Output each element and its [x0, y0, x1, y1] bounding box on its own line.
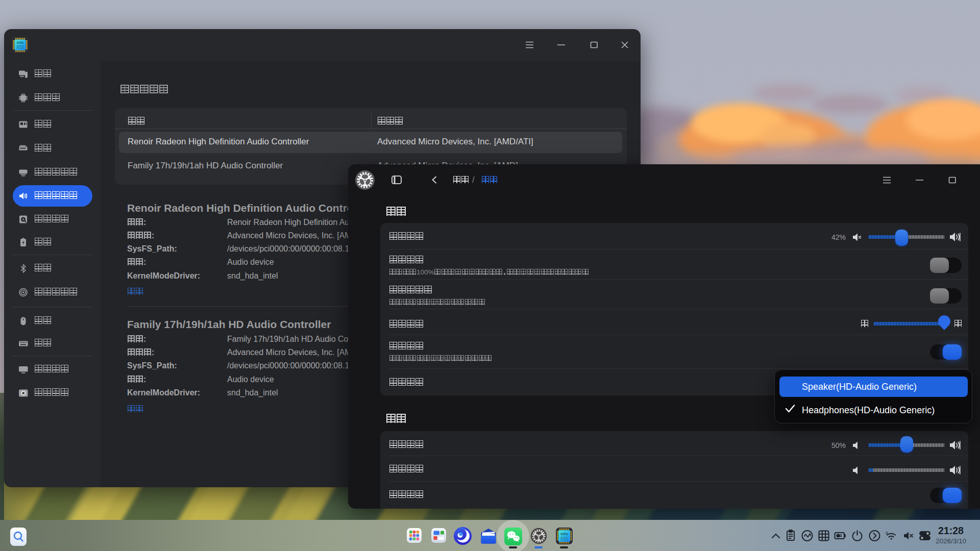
- svg-text:info: info: [560, 532, 568, 536]
- svg-text:info: info: [17, 40, 24, 45]
- svg-text:6: 6: [886, 531, 888, 535]
